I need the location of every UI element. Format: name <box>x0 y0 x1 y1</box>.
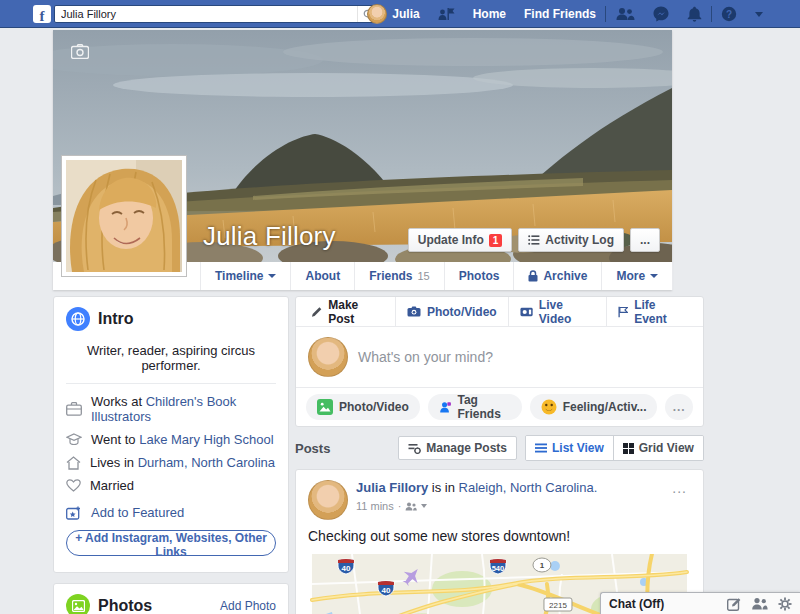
friend-requests-icon[interactable] <box>606 0 644 28</box>
chat-settings-gear-icon[interactable] <box>778 597 792 611</box>
grid-view-button[interactable]: Grid View <box>614 436 703 460</box>
profile-picture-image <box>66 160 182 272</box>
manage-posts-button[interactable]: Manage Posts <box>398 436 517 460</box>
graduation-cap-icon <box>66 433 82 446</box>
list-view-icon <box>535 443 547 453</box>
posts-title: Posts <box>295 441 398 456</box>
post-author-link[interactable]: Julia Fillory <box>356 480 428 495</box>
intro-home-row: Lives in Durham, North Carolina <box>66 455 276 470</box>
search-bar[interactable] <box>54 5 380 23</box>
notifications-bell-icon[interactable] <box>678 0 711 28</box>
briefcase-icon <box>66 402 82 416</box>
tag-friends-button[interactable]: Tag Friends <box>428 394 522 420</box>
search-input[interactable] <box>55 8 357 20</box>
left-sidebar: Intro Writer, reader, aspiring circus pe… <box>53 296 289 614</box>
list-view-button[interactable]: List View <box>526 436 614 460</box>
post-text: Checking out some new stores downtown! <box>296 524 703 554</box>
intro-school-row: Went to Lake Mary High School <box>66 432 276 447</box>
cover-card: Julia Fillory Update Info 1 Activity Log… <box>53 30 672 290</box>
tab-photo-video[interactable]: Photo/Video <box>396 297 509 326</box>
photos-card: Photos Add Photo <box>53 583 289 614</box>
heart-icon <box>66 479 81 492</box>
nav-home-link[interactable]: Home <box>464 0 515 28</box>
route-shield-i40b: 40 <box>378 581 394 596</box>
tab-timeline[interactable]: Timeline <box>200 262 290 290</box>
help-icon[interactable]: ? <box>712 0 746 28</box>
activity-log-button[interactable]: Activity Log <box>518 228 624 252</box>
messenger-icon[interactable] <box>644 0 678 28</box>
view-toggle: List View Grid View <box>525 435 704 461</box>
intro-card: Intro Writer, reader, aspiring circus pe… <box>53 296 289 573</box>
profile-picture[interactable] <box>61 155 187 277</box>
manage-posts-icon <box>408 443 421 454</box>
post-connector: is in <box>428 480 458 495</box>
chat-bar[interactable]: Chat (Off) <box>600 592 800 614</box>
new-message-icon[interactable] <box>727 597 741 611</box>
tab-photos[interactable]: Photos <box>444 262 514 290</box>
photo-icon <box>317 399 333 415</box>
add-links-button[interactable]: + Add Instagram, Websites, Other Links <box>66 530 276 556</box>
tab-life-event[interactable]: Life Event <box>607 297 699 326</box>
activity-log-icon <box>528 235 540 245</box>
nav-profile-shortcut[interactable]: Julia <box>358 0 428 28</box>
main-column: Make Post Photo/Video Live Video Life Ev… <box>295 296 704 614</box>
add-to-featured-link[interactable]: Add to Featured <box>66 505 276 520</box>
intro-relationship-row: Married <box>66 478 276 493</box>
photos-title: Photos <box>98 597 152 614</box>
add-photo-link[interactable]: Add Photo <box>220 599 276 613</box>
intro-globe-icon <box>66 307 90 331</box>
top-navbar: f Julia Home Find Friends ? <box>0 0 800 28</box>
update-info-button[interactable]: Update Info 1 <box>408 228 513 252</box>
tab-about[interactable]: About <box>290 262 354 290</box>
composer-avatar[interactable] <box>308 337 348 377</box>
route-shield-i40: 40 <box>338 559 354 574</box>
posts-header: Posts Manage Posts List View Grid View <box>295 435 704 461</box>
account-menu-caret-icon[interactable] <box>746 0 772 28</box>
tab-more[interactable]: More <box>601 262 673 290</box>
privacy-caret-icon[interactable] <box>421 504 427 508</box>
svg-text:?: ? <box>726 9 732 20</box>
city-link[interactable]: Durham, North Carolina <box>138 455 275 470</box>
route-shield-i540: 540 <box>490 559 506 574</box>
feeling-activity-button[interactable]: Feeling/Activ... <box>530 394 658 420</box>
cover-more-options-button[interactable]: ... <box>630 228 660 252</box>
nav-find-friends-link[interactable]: Find Friends <box>515 0 605 28</box>
feeling-emoji-icon <box>541 399 557 415</box>
svg-text:540: 540 <box>492 564 505 573</box>
svg-text:1: 1 <box>540 561 545 570</box>
chat-contacts-icon[interactable] <box>751 597 768 610</box>
nav-user-name: Julia <box>392 7 419 21</box>
composer-more-button[interactable]: ... <box>665 394 692 420</box>
bio-text: Writer, reader, aspiring circus performe… <box>70 343 272 373</box>
post-location-link[interactable]: Raleigh, North Carolina. <box>459 480 598 495</box>
privacy-friends-icon <box>405 502 417 511</box>
status-input[interactable]: What's on your mind? <box>358 349 691 365</box>
svg-text:40: 40 <box>342 564 351 573</box>
nav-pages-icon[interactable] <box>429 0 464 28</box>
chevron-down-icon <box>650 274 658 278</box>
grid-view-icon <box>623 443 634 454</box>
tab-live-video[interactable]: Live Video <box>509 297 607 326</box>
update-info-badge: 1 <box>489 234 503 247</box>
tab-archive[interactable]: Archive <box>513 262 601 290</box>
home-icon <box>66 456 81 470</box>
profile-page: Julia Fillory Update Info 1 Activity Log… <box>53 30 672 614</box>
live-video-icon <box>520 307 533 317</box>
facebook-logo-icon[interactable]: f <box>33 5 51 23</box>
photo-video-button[interactable]: Photo/Video <box>306 394 420 420</box>
school-link[interactable]: Lake Mary High School <box>139 432 273 447</box>
post-timestamp[interactable]: 11 mins <box>356 499 394 513</box>
post-more-button[interactable]: ... <box>668 480 691 496</box>
lock-icon <box>528 270 538 282</box>
tag-friends-icon <box>439 399 452 415</box>
tab-friends[interactable]: Friends15 <box>354 262 444 290</box>
profile-name: Julia Fillory <box>203 221 336 252</box>
pencil-icon <box>311 306 322 318</box>
divider <box>66 383 276 384</box>
update-cover-camera-icon[interactable] <box>71 44 89 59</box>
post-author-avatar[interactable] <box>308 480 348 520</box>
nav-avatar <box>367 4 387 24</box>
featured-star-icon <box>66 506 82 520</box>
chat-status-label: Chat (Off) <box>609 597 727 611</box>
tab-make-post[interactable]: Make Post <box>300 297 396 326</box>
